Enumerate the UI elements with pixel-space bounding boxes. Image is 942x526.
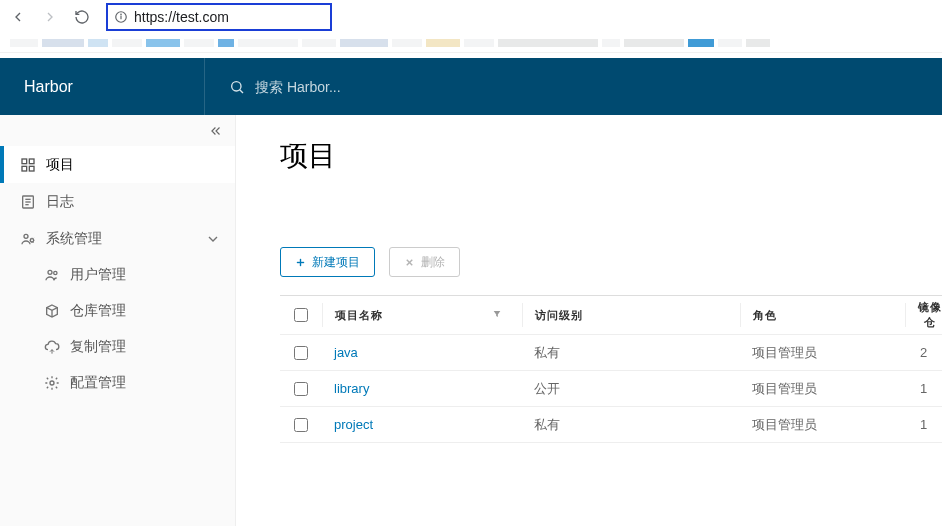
table-header: 项目名称 访问级别 角色 镜像仓 [280,296,942,334]
svg-rect-8 [29,166,34,171]
svg-line-4 [240,89,243,92]
svg-rect-5 [22,159,27,164]
sidebar-collapse-button[interactable] [0,115,235,146]
search-icon [229,79,245,95]
svg-point-3 [232,81,241,90]
delete-button: 删除 [389,247,460,277]
svg-point-13 [24,234,28,238]
admin-icon [20,231,36,247]
cell-repo: 2 [905,345,942,360]
url-text: https://test.com [134,9,229,25]
sidebar-sub-label: 仓库管理 [70,302,126,320]
table-row[interactable]: library 公开 项目管理员 1 [280,370,942,406]
table-row[interactable]: java 私有 项目管理员 2 [280,334,942,370]
col-header-name[interactable]: 项目名称 [322,303,522,327]
brand-title: Harbor [0,78,204,96]
gear-icon [44,375,60,391]
sidebar: 项目 日志 系统管理 用户管理 仓库 [0,115,236,526]
filter-icon[interactable] [492,309,502,321]
row-checkbox[interactable] [294,418,308,432]
row-checkbox[interactable] [294,382,308,396]
svg-rect-7 [22,166,27,171]
browser-toolbar: https://test.com [0,0,942,34]
sidebar-sub-repos[interactable]: 仓库管理 [0,293,235,329]
sidebar-sub-label: 用户管理 [70,266,126,284]
cell-repo: 1 [905,381,942,396]
col-header-repo[interactable]: 镜像仓 [905,303,942,327]
sidebar-sub-label: 配置管理 [70,374,126,392]
chevron-double-left-icon [209,124,223,138]
button-label: 删除 [421,254,445,271]
app-header: Harbor [0,58,942,115]
sidebar-item-label: 项目 [46,156,74,174]
cloud-sync-icon [44,339,60,355]
row-checkbox[interactable] [294,346,308,360]
col-header-access[interactable]: 访问级别 [522,303,740,327]
back-button[interactable] [6,5,30,29]
cell-repo: 1 [905,417,942,432]
svg-point-16 [54,271,57,274]
reload-button[interactable] [70,5,94,29]
sidebar-sub-label: 复制管理 [70,338,126,356]
project-name-link[interactable]: project [322,417,522,432]
search-input[interactable] [255,79,430,95]
project-name-link[interactable]: java [322,345,522,360]
svg-rect-6 [29,159,34,164]
table-footer [280,442,942,472]
sidebar-item-logs[interactable]: 日志 [0,183,235,220]
cell-role: 项目管理员 [740,380,905,398]
button-label: 新建项目 [312,254,360,271]
users-icon [44,267,60,283]
cell-role: 项目管理员 [740,344,905,362]
sidebar-item-admin[interactable]: 系统管理 [0,220,235,257]
svg-point-2 [121,14,122,15]
main-content: 项目 新建项目 删除 项目名称 访问级别 角色 镜像仓 [236,115,942,526]
projects-icon [20,157,36,173]
address-bar[interactable]: https://test.com [106,3,332,31]
col-header-role[interactable]: 角色 [740,303,905,327]
new-project-button[interactable]: 新建项目 [280,247,375,277]
chevron-down-icon [205,231,221,247]
table-row[interactable]: project 私有 项目管理员 1 [280,406,942,442]
close-icon [404,257,415,268]
cell-access: 公开 [522,380,740,398]
cell-access: 私有 [522,416,740,434]
sidebar-sub-replication[interactable]: 复制管理 [0,329,235,365]
cell-access: 私有 [522,344,740,362]
forward-button[interactable] [38,5,62,29]
project-name-link[interactable]: library [322,381,522,396]
plus-icon [295,257,306,268]
sidebar-sub-config[interactable]: 配置管理 [0,365,235,401]
cube-icon [44,303,60,319]
sidebar-item-label: 系统管理 [46,230,102,248]
sidebar-sub-users[interactable]: 用户管理 [0,257,235,293]
logs-icon [20,194,36,210]
cell-role: 项目管理员 [740,416,905,434]
svg-point-17 [50,381,54,385]
toolbar: 新建项目 删除 [280,247,942,277]
select-all-checkbox[interactable] [294,308,308,322]
bookmark-strip [0,34,942,52]
sidebar-item-projects[interactable]: 项目 [0,146,235,183]
site-info-icon [114,10,128,24]
sidebar-item-label: 日志 [46,193,74,211]
svg-point-15 [48,270,52,274]
projects-table: 项目名称 访问级别 角色 镜像仓 java 私有 项目管理员 2 library… [280,295,942,472]
page-title: 项目 [280,137,942,175]
global-search[interactable] [204,58,942,115]
